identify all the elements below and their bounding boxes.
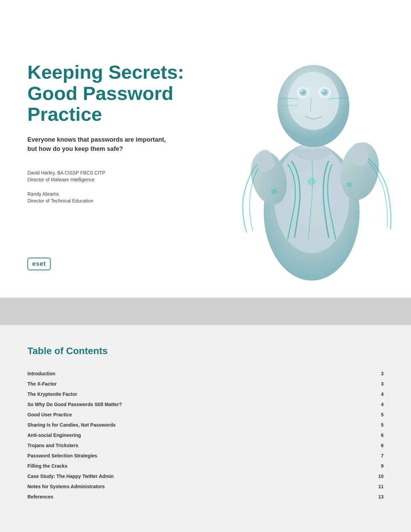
subtitle: Everyone knows that passwords are import… (27, 135, 219, 154)
toc-item-label: Anti-social Engineering (27, 432, 81, 438)
logo-text: eset (32, 260, 46, 268)
toc-item-page: 5 (373, 422, 384, 428)
author1-name: David Harley, BA CISSP FBCS CITP (27, 169, 219, 177)
author1-title: Director of Malware Intelligence (27, 177, 219, 183)
eset-logo: eset (27, 258, 51, 270)
toc-item-label: Filling the Cracks (27, 463, 67, 469)
toc-row: References13 (27, 492, 384, 502)
svg-point-16 (271, 189, 277, 194)
main-title: Keeping Secrets: Good Password Practice (27, 62, 219, 125)
toc-row: Anti-social Engineering6 (27, 430, 384, 440)
toc-item-page: 4 (373, 402, 384, 407)
toc-item-label: Notes for Systems Administrators (27, 484, 105, 489)
toc-item-label: The Kryptonite Factor (27, 391, 77, 397)
toc-section: Table of Contents Introduction3The X-Fac… (0, 325, 411, 532)
toc-item-label: Sharing Is for Candies, Not Passwords (27, 422, 116, 428)
toc-item-page: 5 (373, 412, 384, 417)
toc-title: Table of Contents (27, 346, 384, 356)
toc-row: Case Study: The Happy Twitter Admin10 (27, 471, 384, 481)
logo-area: eset (27, 258, 51, 270)
toc-item-label: Trojans and Tricksters (27, 443, 78, 448)
toc-row: So Why Do Good Passwords Still Matter?4 (27, 399, 384, 410)
svg-point-17 (347, 182, 352, 187)
robot-illustration (212, 0, 411, 298)
toc-list: Introduction3The X-Factor3The Kryptonite… (27, 368, 384, 502)
svg-point-15 (322, 90, 324, 92)
toc-item-page: 11 (373, 484, 384, 489)
svg-point-18 (308, 177, 316, 185)
toc-item-label: Password Selection Strategies (27, 453, 97, 458)
toc-row: Trojans and Tricksters6 (27, 440, 384, 451)
author1-block: David Harley, BA CISSP FBCS CITP Directo… (27, 169, 219, 183)
toc-item-page: 10 (373, 473, 384, 479)
toc-item-page: 4 (373, 391, 384, 397)
svg-point-11 (301, 90, 303, 92)
author2-title: Director of Technical Education (27, 198, 219, 205)
toc-item-page: 13 (373, 494, 384, 499)
divider (0, 298, 411, 325)
toc-item-label: The X-Factor (27, 381, 57, 387)
toc-item-page: 9 (373, 463, 384, 469)
author2-name: Randy Abrams (27, 190, 219, 198)
toc-item-page: 6 (373, 443, 384, 448)
toc-item-label: Introduction (27, 371, 55, 376)
toc-item-page: 7 (373, 453, 384, 458)
toc-item-page: 3 (373, 371, 384, 376)
svg-point-7 (288, 72, 339, 130)
toc-row: The Kryptonite Factor4 (27, 389, 384, 399)
cover-section: Keeping Secrets: Good Password Practice … (0, 0, 411, 298)
toc-item-page: 6 (373, 432, 384, 438)
toc-item-page: 3 (373, 381, 384, 387)
toc-item-label: References (27, 494, 53, 499)
toc-row: Password Selection Strategies7 (27, 451, 384, 461)
toc-item-label: So Why Do Good Passwords Still Matter? (27, 402, 122, 407)
author2-block: Randy Abrams Director of Technical Educa… (27, 190, 219, 205)
toc-row: The X-Factor3 (27, 379, 384, 389)
cover-content: Keeping Secrets: Good Password Practice … (27, 62, 219, 208)
toc-row: Introduction3 (27, 368, 384, 379)
toc-row: Good User Practice5 (27, 410, 384, 420)
toc-row: Sharing Is for Candies, Not Passwords5 (27, 420, 384, 430)
toc-row: Notes for Systems Administrators11 (27, 481, 384, 492)
toc-row: Filling the Cracks9 (27, 461, 384, 471)
toc-item-label: Case Study: The Happy Twitter Admin (27, 473, 114, 479)
toc-item-label: Good User Practice (27, 412, 72, 417)
